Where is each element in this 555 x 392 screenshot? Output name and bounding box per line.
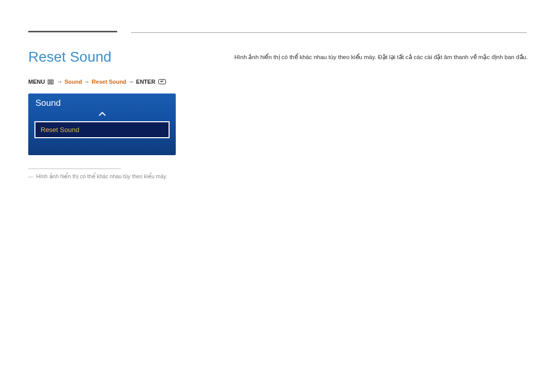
footnote-text: Hình ảnh hiển thị có thể khác nhau tùy t…: [36, 173, 168, 179]
chevron-up-icon[interactable]: [28, 111, 176, 121]
footnote-dash: ―: [28, 173, 33, 179]
breadcrumb-arrow: →: [57, 79, 62, 85]
sound-menu-panel: Sound Reset Sound: [28, 94, 176, 155]
menu-panel-title: Sound: [28, 94, 176, 111]
breadcrumb-path-reset-sound: Reset Sound: [92, 79, 126, 85]
divider-line: [131, 32, 527, 33]
enter-icon: [158, 79, 166, 84]
breadcrumb-arrow: →: [128, 79, 134, 85]
breadcrumb-arrow: →: [84, 79, 90, 85]
breadcrumb-path-sound: Sound: [64, 79, 82, 85]
page-title: Reset Sound: [28, 49, 112, 65]
breadcrumb-menu-label: MENU: [28, 79, 45, 85]
footnote: ― Hình ảnh hiển thị có thể khác nhau tùy…: [28, 173, 167, 179]
description-text: Hình ảnh hiển thị có thể khác nhau tùy t…: [234, 53, 528, 61]
footnote-divider: [28, 169, 121, 169]
accent-bar: [28, 31, 117, 32]
menu-item-reset-sound[interactable]: Reset Sound: [34, 121, 170, 138]
menu-icon: [48, 80, 53, 84]
breadcrumb: MENU → Sound → Reset Sound → ENTER: [28, 79, 167, 85]
breadcrumb-enter-label: ENTER: [136, 79, 155, 85]
